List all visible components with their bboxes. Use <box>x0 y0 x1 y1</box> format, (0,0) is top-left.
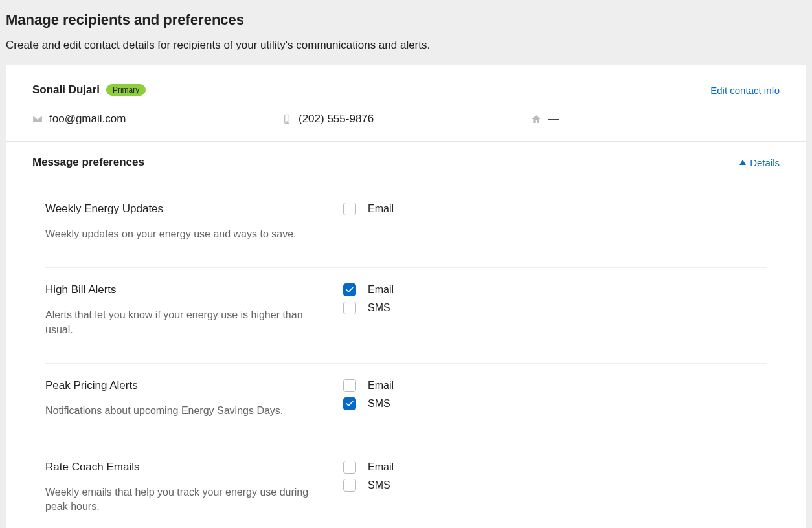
channel-row: Email <box>343 461 767 474</box>
checkbox-email[interactable] <box>343 283 356 296</box>
channel-label: Email <box>368 284 394 296</box>
recipient-card: Sonali Dujari Primary Edit contact info … <box>6 65 806 528</box>
pref-name: Rate Coach Emails <box>45 461 324 474</box>
details-toggle[interactable]: Details <box>739 157 780 168</box>
checkbox-email[interactable] <box>343 379 356 392</box>
channel-row: SMS <box>343 397 767 410</box>
pref-name: Weekly Energy Updates <box>45 203 324 215</box>
checkbox-email[interactable] <box>343 461 356 474</box>
page-subtitle: Create and edit contact details for reci… <box>6 39 806 52</box>
pref-desc: Weekly emails that help you track your e… <box>45 485 324 514</box>
contact-email: foo@gmail.com <box>32 112 282 126</box>
svg-point-1 <box>286 122 287 122</box>
channel-label: Email <box>368 203 394 215</box>
channel-row: Email <box>343 203 767 215</box>
address-value: — <box>548 112 559 126</box>
channel-label: SMS <box>368 479 390 491</box>
email-value: foo@gmail.com <box>49 113 126 126</box>
pref-item: Peak Pricing AlertsNotifications about u… <box>45 364 767 445</box>
pref-item: High Bill AlertsAlerts that let you know… <box>45 268 767 364</box>
pref-item: Rate Coach EmailsWeekly emails that help… <box>45 445 767 528</box>
channel-label: SMS <box>368 302 390 314</box>
channel-row: Email <box>343 283 767 296</box>
pref-item: Weekly Energy UpdatesWeekly updates on y… <box>45 187 767 268</box>
checkbox-sms[interactable] <box>343 397 356 410</box>
phone-value: (202) 555-9876 <box>299 113 374 126</box>
channel-label: Email <box>368 380 394 391</box>
pref-desc: Weekly updates on your energy use and wa… <box>45 227 324 241</box>
contact-address: — <box>531 112 780 126</box>
page-title: Manage recipients and preferences <box>6 12 806 28</box>
pref-desc: Alerts that let you know if your energy … <box>45 308 324 337</box>
message-preferences-section: Message preferences Details Weekly Energ… <box>6 142 806 528</box>
channel-row: SMS <box>343 302 767 314</box>
details-label: Details <box>750 157 780 168</box>
channel-row: SMS <box>343 479 767 492</box>
prefs-title: Message preferences <box>32 156 144 169</box>
pref-name: Peak Pricing Alerts <box>45 379 324 392</box>
checkbox-email[interactable] <box>343 203 356 215</box>
checkbox-sms[interactable] <box>343 302 356 314</box>
home-icon <box>531 114 541 124</box>
primary-badge: Primary <box>106 84 146 96</box>
pref-desc: Notifications about upcoming Energy Savi… <box>45 404 324 418</box>
edit-contact-link[interactable]: Edit contact info <box>710 85 780 96</box>
recipient-name: Sonali Dujari <box>32 83 100 96</box>
checkbox-sms[interactable] <box>343 479 356 492</box>
recipient-header: Sonali Dujari Primary Edit contact info … <box>6 65 806 142</box>
pref-name: High Bill Alerts <box>45 283 324 296</box>
channel-label: Email <box>368 461 394 473</box>
channel-row: Email <box>343 379 767 392</box>
contact-phone: (202) 555-9876 <box>282 112 531 126</box>
channel-label: SMS <box>368 398 390 410</box>
collapse-icon <box>739 160 746 165</box>
phone-icon <box>282 114 292 124</box>
email-icon <box>32 114 43 124</box>
